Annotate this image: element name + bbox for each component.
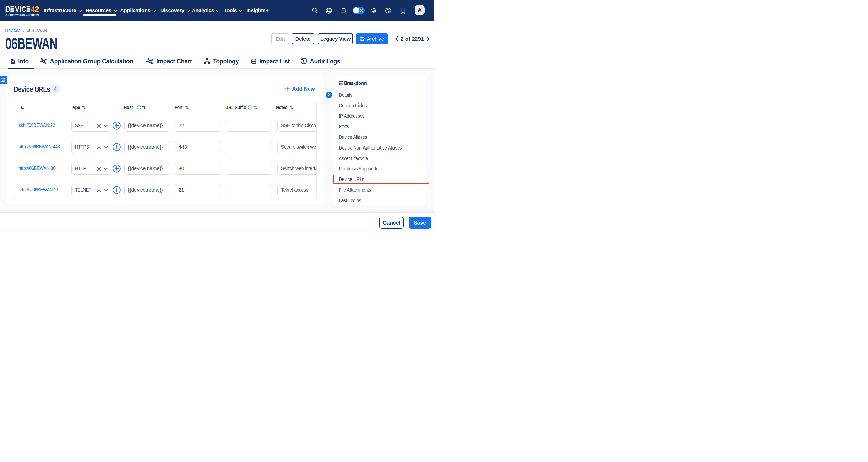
svg-text:2: 2 bbox=[35, 6, 39, 12]
svg-text:V: V bbox=[15, 6, 19, 12]
svg-text:C: C bbox=[22, 6, 26, 12]
svg-text:D: D bbox=[5, 6, 11, 12]
svg-text:4: 4 bbox=[31, 6, 35, 12]
